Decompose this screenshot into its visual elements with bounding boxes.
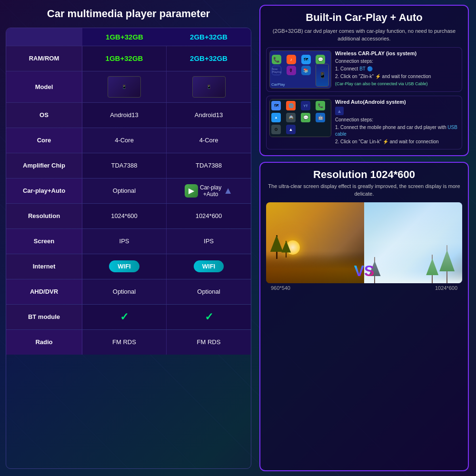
wired-demo-info: Wired Auto(Android system) ▲ Connection …	[335, 99, 459, 146]
wifi-badge-2: WIFI	[194, 260, 224, 272]
android-auto3-icon: ▲	[286, 125, 296, 134]
right-panel: Built-in Car-Play + Auto (2GB+32GB) car …	[257, 0, 476, 476]
police-icon: 🚔	[286, 113, 296, 122]
zlink-icon: ⚡	[375, 74, 381, 79]
label-ramrom: RAM/ROM	[6, 46, 82, 71]
wired-demo-card: 🗺 🌐 YT 📞 ▲ 🚔 💬 🤖 ⚙ ▲	[266, 96, 462, 149]
aa-icon: ▲	[335, 107, 344, 115]
row-ahd: AHD/DVR Optional Optional	[6, 279, 251, 304]
sky-overlay	[364, 202, 462, 283]
phone2-icon: 📞	[316, 101, 325, 110]
res-label-right: 1024*600	[435, 285, 457, 291]
val1-carplay: Optional	[82, 178, 167, 203]
row-radio: Radio FM RDS FM RDS	[6, 329, 251, 355]
device-img-1: 📱	[108, 76, 141, 98]
val2-os: Android13	[167, 103, 251, 128]
android-auto-badge: ▲	[335, 107, 459, 115]
res-label-left: 960*540	[271, 285, 290, 291]
carplay-label: Car-play+Auto	[200, 184, 221, 198]
carplay-subtitle: (2GB+32GB) car dvd player comes with car…	[266, 28, 462, 42]
carplay-badge: ▶ Car-play+Auto ▲	[185, 184, 233, 198]
usb-highlight: USB cable	[335, 125, 457, 137]
val1-bt: ✓	[82, 305, 167, 329]
val2-core: 4-Core	[167, 128, 251, 153]
wired-title: Wired Auto(Android system)	[335, 99, 459, 105]
row-carplay: Car-play+Auto Optional ▶ Car-play+Auto ▲	[6, 178, 251, 203]
val2-resolution: 1024*600	[167, 204, 251, 228]
param-table: 1GB+32GB 2GB+32GB RAM/ROM 1GB+32GB 2GB+3…	[6, 28, 251, 469]
settings-icon: ⚙	[271, 125, 281, 134]
res-left-image	[266, 202, 364, 283]
val1-os: Android13	[82, 103, 167, 128]
wifi-badge-1: WIFI	[109, 260, 139, 272]
val2-carplay: ▶ Car-play+Auto ▲	[167, 178, 251, 203]
table-header: 1GB+32GB 2GB+32GB	[6, 28, 251, 46]
val2-bt: ✓	[167, 305, 251, 329]
row-core: Core 4-Core 4-Core	[6, 128, 251, 153]
wireless-title: Wireless CAR-PLAY (ios system)	[335, 50, 459, 56]
val2-screen: IPS	[167, 229, 251, 254]
val1-model: 📱	[82, 71, 167, 102]
nav-icon: ▲	[223, 185, 233, 196]
val1-amp: TDA7388	[82, 153, 167, 178]
google-maps-icon: 🗺	[271, 101, 281, 110]
row-amp: Amplifier Chip TDA7388 TDA7388	[6, 153, 251, 178]
carlink-icon: ⚡	[383, 139, 388, 144]
res-comparison: VS	[266, 202, 462, 283]
label-core: Core	[6, 128, 82, 153]
resolution-section: Resolution 1024*600 The ultra-clear scre…	[259, 162, 469, 471]
vs-text: VS	[354, 263, 375, 278]
phone-mockup: 📱	[316, 64, 329, 87]
carplay-section: Built-in Car-Play + Auto (2GB+32GB) car …	[259, 5, 469, 156]
device-img-2: 📱	[192, 76, 226, 98]
label-carplay: Car-play+Auto	[6, 178, 82, 203]
resolution-title: Resolution 1024*600	[266, 169, 462, 181]
res-labels: 960*540 1024*600	[266, 283, 462, 293]
checkmark-2: ✓	[205, 311, 213, 323]
resolution-desc: The ultra-clear screen display effect is…	[266, 183, 462, 198]
val2-radio: FM RDS	[167, 330, 251, 355]
wireless-note: (Car-Play can also be connected via USB …	[335, 81, 459, 87]
carplay-logo: CarPlay	[271, 82, 285, 87]
wireless-step-1: 1. Connect BT 🔵	[335, 66, 459, 72]
msg-icon: 💬	[301, 113, 310, 122]
val2-internet: WIFI	[167, 254, 251, 279]
row-ramrom: RAM/ROM 1GB+32GB 2GB+32GB	[6, 46, 251, 71]
row-os: OS Android13 Android13	[6, 102, 251, 128]
label-bt: BT module	[6, 305, 82, 329]
carplay-title: Built-in Car-Play + Auto	[266, 11, 462, 24]
val1-screen: IPS	[82, 229, 167, 254]
warm-overlay	[266, 202, 364, 283]
label-ahd: AHD/DVR	[6, 279, 82, 304]
bt-highlight: BT	[359, 66, 366, 71]
val2-model: 📱	[167, 71, 251, 102]
label-internet: Internet	[6, 254, 82, 279]
val1-ramrom: 1GB+32GB	[82, 46, 167, 71]
label-model: Model	[6, 71, 82, 102]
table-title: Car multimedia player parameter	[6, 7, 251, 21]
row-resolution: Resolution 1024*600 1024*600	[6, 203, 251, 228]
row-model: Model 📱 📱	[6, 71, 251, 102]
res-right-image	[364, 202, 462, 283]
app-maps-icon: 🗺	[301, 55, 311, 64]
app-msg-icon: 💬	[316, 55, 325, 64]
ios-screen: 📞 ♪ 🗺 💬 Now Playing 🎙 📚 🚗	[269, 50, 331, 89]
val1-ahd: Optional	[82, 279, 167, 304]
label-os: OS	[6, 103, 82, 128]
android-icon: 🤖	[316, 113, 325, 122]
col2-header: 2GB+32GB	[167, 28, 251, 46]
val2-ramrom: 2GB+32GB	[167, 46, 251, 71]
wireless-step-header: Connection steps:	[335, 58, 459, 65]
row-bt: BT module ✓ ✓	[6, 304, 251, 329]
row-screen: Screen IPS IPS	[6, 228, 251, 254]
wired-step-header: Connection steps:	[335, 117, 459, 123]
carplay-demos: 📞 ♪ 🗺 💬 Now Playing 🎙 📚 🚗	[266, 47, 462, 149]
col1-header: 1GB+32GB	[82, 28, 167, 46]
wireless-demo-info: Wireless CAR-PLAY (ios system) Connectio…	[335, 50, 459, 88]
app-np-icon: Now Playing	[272, 66, 281, 75]
label-radio: Radio	[6, 330, 82, 355]
carplay-icon: ▶	[185, 184, 198, 198]
wired-step-1: 1. Connect the mobile phone and car dvd …	[335, 124, 459, 138]
val2-ahd: Optional	[167, 279, 251, 304]
android-auto2-icon: ▲	[271, 113, 281, 122]
